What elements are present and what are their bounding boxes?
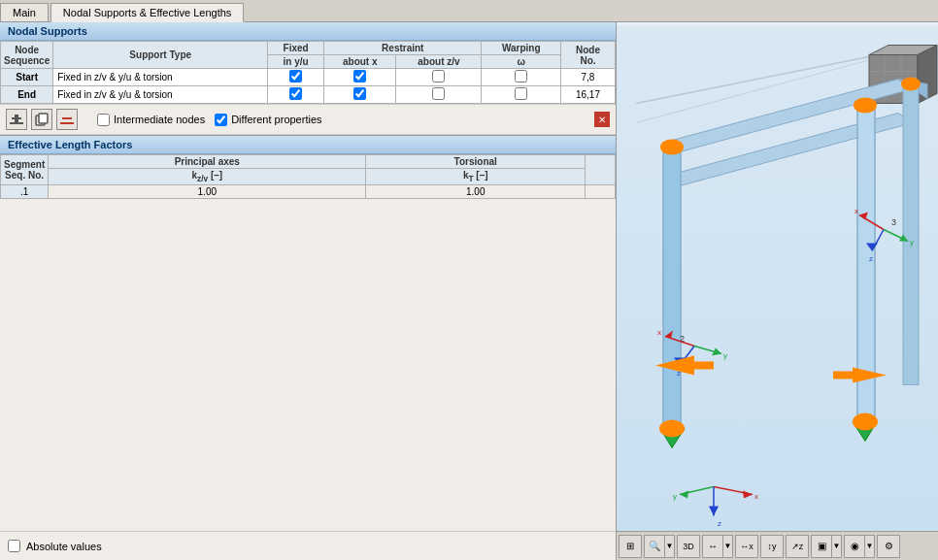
svg-rect-5 [62,117,72,119]
th-fixed-yu: in y/u [268,55,324,69]
svg-rect-58 [694,362,714,370]
cell-fixed-end [268,86,324,104]
cell-nodeno-start: 7,8 [560,69,615,86]
zoom-button[interactable]: 🔍 [644,535,665,558]
effective-lengths-section: Effective Length Factors SegmentSeq. No.… [0,136,616,531]
render-dropdown[interactable]: ▣ ▼ [811,535,842,558]
svg-rect-4 [39,114,48,123]
svg-text:y: y [910,238,914,247]
svg-rect-21 [663,148,681,429]
cell-warping-start [482,69,561,86]
intermediate-nodes-label[interactable]: Intermediate nodes [97,114,205,126]
th-warping: Warping [482,42,561,55]
copy-icon [35,113,49,126]
node-marker-botleft [659,420,685,438]
scene-viewport: 2 x z y 3 [617,22,938,560]
th-support-type: Support Type [53,42,268,69]
copy-row-button[interactable] [31,109,52,130]
node-marker-topright2 [901,78,921,91]
nodal-supports-header: Nodal Supports [0,22,616,41]
different-properties-checkbox[interactable] [215,114,227,126]
delete-icon [60,113,74,126]
th-seg-seq: SegmentSeq. No. [1,155,49,185]
th-warping-omega: ω [482,55,561,69]
th-restraint: Restraint [324,42,482,55]
fit-view-button[interactable]: ⊞ [619,535,642,558]
delete-row-button[interactable] [56,109,78,130]
axis-x-button[interactable]: ↔x [735,535,758,558]
intermediate-nodes-checkbox[interactable] [97,114,110,126]
add-icon [10,113,23,126]
tab-main[interactable]: Main [0,3,49,21]
rotate-dropdown-arrow[interactable]: ▼ [723,535,733,558]
effective-lengths-header: Effective Length Factors [0,136,616,154]
tab-nodal[interactable]: Nodal Supports & Effective Lengths [50,3,244,22]
svg-rect-23 [903,84,919,385]
absolute-values-checkbox[interactable] [8,540,20,552]
absolute-values-section: Absolute values [0,531,616,560]
view3d-button[interactable]: 3D [677,535,700,558]
svg-text:3: 3 [891,217,896,227]
table-row: Start Fixed in z/v & y/u & torsion 7,8 [1,69,616,86]
intermediate-nodes-text: Intermediate nodes [114,114,205,125]
cell-end: End [1,86,53,104]
left-panel: Nodal Supports NodeSequence Support Type… [0,22,617,560]
cell-support-type-end: Fixed in z/v & y/u & torsion [53,86,268,104]
rotate-button[interactable]: ↔ [702,535,723,558]
axis-y-button[interactable]: ↕y [760,535,784,558]
th-principal-axes: Principal axes [49,155,366,169]
th-torsional: Torsional [366,155,586,169]
cb-aboutx-end[interactable] [353,87,366,100]
cb-fixed-end[interactable] [289,87,302,100]
cb-aboutzv-end[interactable] [432,87,445,100]
node-marker-botright [853,413,878,431]
th-about-x: about x [324,55,396,69]
different-properties-label[interactable]: Different properties [215,114,321,126]
table-row: End Fixed in z/v & y/u & torsion 16,17 [1,86,616,104]
display-button[interactable]: ◉ [844,535,865,558]
svg-text:y: y [673,492,677,501]
svg-text:z: z [869,254,873,263]
svg-text:z: z [718,519,721,528]
svg-rect-2 [10,122,23,124]
cb-aboutx-start[interactable] [353,70,366,82]
content-area: Nodal Supports NodeSequence Support Type… [0,22,938,560]
cb-aboutzv-start[interactable] [432,70,445,82]
cb-fixed-start[interactable] [289,70,302,82]
zoom-dropdown[interactable]: 🔍 ▼ [644,535,675,558]
axis-z-button[interactable]: ↗z [786,535,809,558]
different-properties-text: Different properties [231,114,321,125]
render-button[interactable]: ▣ [811,535,832,558]
effective-lengths-table-wrapper: SegmentSeq. No. Principal axes Torsional… [0,154,616,199]
absolute-values-label: Absolute values [26,541,102,552]
svg-rect-6 [60,122,74,124]
th-kzv: kz/v [–] [49,169,366,185]
display-dropdown[interactable]: ◉ ▼ [844,535,875,558]
main-container: Main Nodal Supports & Effective Lengths … [0,0,938,560]
svg-text:x: x [854,207,858,215]
th-kt: kT [–] [366,169,586,185]
close-button[interactable]: ✕ [594,112,610,127]
th-fixed: Fixed [268,42,324,55]
cell-start: Start [1,69,53,86]
cell-fixed-start [268,69,324,86]
svg-text:y: y [723,351,727,360]
cell-support-type-start: Fixed in z/v & y/u & torsion [53,69,268,86]
rotate-dropdown[interactable]: ↔ ▼ [702,535,733,558]
settings-button[interactable]: ⚙ [877,535,900,558]
cell-aboutzv-end [396,86,482,104]
cell-empty-1 [586,185,616,199]
cb-warping-end[interactable] [515,87,527,100]
cb-warping-start[interactable] [515,70,527,82]
zoom-dropdown-arrow[interactable]: ▼ [665,535,675,558]
th-empty [586,155,616,185]
nodal-toolbar: Intermediate nodes Different properties … [0,104,616,135]
add-row-button[interactable] [6,109,27,130]
display-dropdown-arrow[interactable]: ▼ [865,535,875,558]
svg-rect-27 [833,372,853,379]
tab-bar: Main Nodal Supports & Effective Lengths [0,0,938,22]
cell-seg-1: .1 [1,185,49,199]
cell-aboutzv-start [396,69,482,86]
cell-nodeno-end: 16,17 [560,86,615,104]
render-dropdown-arrow[interactable]: ▼ [832,535,842,558]
